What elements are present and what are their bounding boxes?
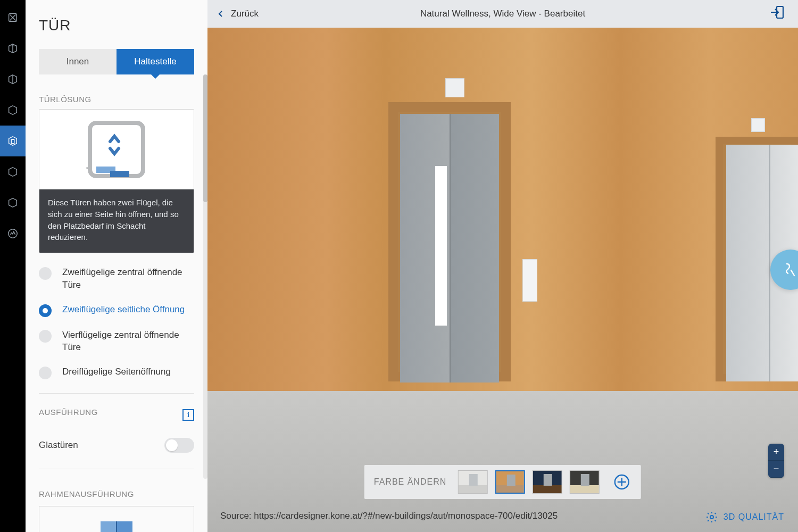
radio-four-panel-center[interactable]: Vierflügelige zentral öffnende Türe <box>39 329 194 354</box>
3d-quality-button[interactable]: 3D QUALITÄT <box>705 511 784 523</box>
door-solution-card: Diese Türen haben zwei Flügel, die sich … <box>39 109 194 253</box>
door-solution-illustration <box>39 110 194 189</box>
radio-dot-icon <box>39 367 52 379</box>
svg-rect-7 <box>117 521 132 532</box>
iconbar-item-7[interactable] <box>0 218 26 249</box>
elevator-1-door <box>400 114 499 383</box>
radio-label: Dreiflügelige Seitenöffnung <box>62 365 171 378</box>
change-color-label: FARBE ÄNDERN <box>374 477 446 487</box>
sidepanel-scrollbar[interactable] <box>203 74 207 479</box>
source-url: Source: https://cardesigner.kone.at/?#/n… <box>220 511 558 521</box>
radio-dot-icon <box>39 267 52 280</box>
tab-innen[interactable]: Innen <box>39 49 117 74</box>
iconbar-item-4-door[interactable] <box>0 126 26 156</box>
radio-two-panel-side[interactable]: Zweiflügelige seitliche Öffnung <box>39 303 194 317</box>
main-area: Zurück Natural Wellness, Wide View - Bea… <box>207 0 798 532</box>
section-door-solution: TÜRLÖSUNG <box>39 95 194 104</box>
radio-label: Vierflügelige zentral öffnende Türe <box>62 329 194 354</box>
svg-point-13 <box>710 516 713 519</box>
glass-doors-label: Glastüren <box>39 440 78 451</box>
section-finish: AUSFÜHRUNG <box>39 408 98 417</box>
iconbar-item-2[interactable] <box>0 64 26 95</box>
svg-rect-5 <box>110 171 129 177</box>
radio-two-panel-center[interactable]: Zweiflügelige zentral öffnende Türe <box>39 266 194 292</box>
side-panel: TÜR Innen Haltestelle TÜRLÖSUNG Diese Tü… <box>26 0 207 532</box>
scene-swatch-3[interactable] <box>533 470 562 494</box>
iconbar-item-1[interactable] <box>0 33 26 64</box>
scene <box>207 28 798 532</box>
radio-label: Zweiflügelige zentral öffnende Türe <box>62 266 194 292</box>
radio-label: Zweiflügelige seitliche Öffnung <box>62 303 185 316</box>
topbar: Zurück Natural Wellness, Wide View - Bea… <box>207 0 798 28</box>
iconbar <box>0 0 26 532</box>
divider <box>39 469 194 469</box>
section-frame: RAHMENAUSFÜHRUNG <box>39 489 194 498</box>
panel-title: TÜR <box>39 17 194 34</box>
frame-card <box>39 506 194 532</box>
page-title: Natural Wellness, Wide View - Bearbeitet <box>420 9 585 19</box>
iconbar-item-3[interactable] <box>0 95 26 126</box>
scene-swatch-2[interactable] <box>495 470 525 494</box>
glass-doors-toggle[interactable] <box>164 438 194 453</box>
iconbar-item-5[interactable] <box>0 156 26 187</box>
svg-rect-6 <box>101 521 117 532</box>
tab-haltestelle[interactable]: Haltestelle <box>117 49 194 74</box>
scene-swatch-1[interactable] <box>458 470 488 494</box>
elevator-1-call-panel <box>522 259 537 302</box>
zoom-in-button[interactable]: + <box>768 444 784 461</box>
door-solution-description: Diese Türen haben zwei Flügel, die sich … <box>39 189 194 253</box>
door-type-radio-group: Zweiflügelige zentral öffnende Türe Zwei… <box>39 266 194 379</box>
elevator-1-cop <box>435 166 447 326</box>
view-tabs: Innen Haltestelle <box>39 49 194 74</box>
back-button[interactable]: Zurück <box>217 9 259 19</box>
exit-button[interactable] <box>769 4 785 20</box>
elevator-2-indicator <box>751 118 765 132</box>
3d-quality-label: 3D QUALITÄT <box>724 512 784 522</box>
recenter-button[interactable] <box>612 472 631 492</box>
3d-viewport[interactable]: FARBE ÄNDERN + − Source: https://cardesi… <box>207 28 798 532</box>
radio-dot-icon <box>39 304 52 317</box>
radio-dot-icon <box>39 330 52 343</box>
scene-swatch-4[interactable] <box>570 470 600 494</box>
scene-preset-bar: FARBE ÄNDERN <box>364 465 641 499</box>
info-icon[interactable]: i <box>182 409 194 421</box>
back-label: Zurück <box>231 9 259 19</box>
radio-three-panel-side[interactable]: Dreiflügelige Seitenöffnung <box>39 365 194 379</box>
zoom-controls: + − <box>768 444 784 478</box>
iconbar-item-6[interactable] <box>0 187 26 218</box>
zoom-out-button[interactable]: − <box>768 461 784 478</box>
elevator-1-indicator <box>445 78 464 97</box>
iconbar-item-0[interactable] <box>0 2 26 33</box>
